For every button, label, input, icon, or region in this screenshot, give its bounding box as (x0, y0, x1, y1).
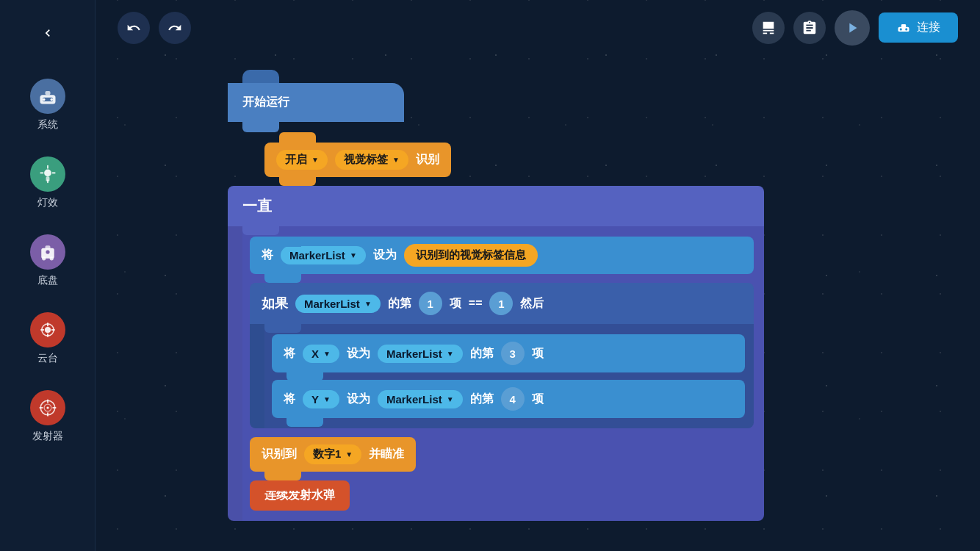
item-label: 项 (450, 296, 461, 311)
back-button[interactable] (33, 18, 62, 48)
chassis-label: 底盘 (37, 274, 58, 287)
if-label: 如果 (262, 295, 288, 312)
visual-info-pill: 识别到的视觉标签信息 (404, 244, 538, 267)
monitor-button[interactable] (752, 12, 785, 44)
svg-point-17 (44, 327, 50, 333)
markerlist-dropdown-if[interactable]: MarkerList ▼ (295, 295, 381, 313)
set-x-to: 设为 (347, 346, 370, 361)
canvas: 开始运行 开启 ▼ 视觉标签 ▼ 识别 (96, 55, 980, 551)
system-label: 系统 (37, 118, 58, 132)
redo-button[interactable] (159, 12, 191, 44)
markerlist-y-dropdown[interactable]: MarkerList ▼ (378, 390, 463, 408)
x-the-label: 的第 (470, 346, 494, 361)
svg-point-31 (905, 28, 907, 30)
set-y-label: 将 (284, 392, 295, 407)
svg-point-30 (900, 28, 902, 30)
topbar-left (118, 12, 191, 44)
y-the-label: 的第 (470, 392, 494, 407)
y-dropdown[interactable]: Y ▼ (303, 390, 339, 408)
chassis-icon (30, 234, 65, 270)
visual-tag-dropdown[interactable]: 视觉标签 ▼ (335, 150, 408, 170)
num1b-circle: 1 (489, 292, 513, 315)
set-x-label: 将 (284, 346, 295, 361)
num1-circle: 1 (419, 292, 442, 315)
gimbal-label: 云台 (37, 352, 58, 365)
topbar: 连接 (96, 0, 980, 55)
number-dropdown[interactable]: 数字1 ▼ (304, 444, 361, 464)
fire-block: 连续发射水弹 (250, 480, 350, 511)
markerlist-x-dropdown[interactable]: MarkerList ▼ (378, 345, 463, 363)
set-label: 将 (262, 248, 273, 263)
gimbal-icon (30, 312, 65, 347)
svg-point-13 (49, 256, 53, 260)
recognize-aim-block: 识别到 数字1 ▼ 并瞄准 (250, 437, 416, 472)
play-button[interactable] (835, 10, 870, 46)
recognize-to-label: 识别到 (262, 447, 297, 462)
sidebar-item-light[interactable]: 灯效 (0, 148, 95, 218)
sidebar-item-chassis[interactable]: 底盘 (0, 226, 95, 296)
system-icon (30, 79, 65, 114)
svg-point-24 (46, 406, 48, 408)
topbar-right: 连接 (752, 10, 958, 46)
the-label: 的第 (388, 296, 411, 311)
svg-point-12 (42, 256, 46, 260)
svg-point-3 (50, 98, 53, 101)
num3-circle: 3 (501, 342, 525, 365)
aim-label: 并瞄准 (369, 447, 404, 462)
then-label: 然后 (520, 296, 544, 311)
svg-rect-14 (45, 245, 50, 249)
sidebar: 系统 灯效 底盘 (0, 0, 96, 551)
launcher-label: 发射器 (32, 430, 63, 443)
svg-point-2 (43, 98, 46, 101)
set-y-to: 设为 (347, 392, 370, 407)
sidebar-item-launcher[interactable]: 发射器 (0, 381, 95, 452)
connect-button[interactable]: 连接 (879, 12, 958, 43)
svg-rect-4 (45, 91, 50, 95)
clipboard-button[interactable] (793, 12, 826, 44)
num4-circle: 4 (501, 387, 525, 411)
set-x-block: 将 X ▼ 设为 MarkerList ▼ (272, 334, 745, 372)
sidebar-item-gimbal[interactable]: 云台 (0, 303, 95, 374)
set-markerlist-block: 将 MarkerList ▼ 设为 识别到的视觉标签信息 (250, 237, 754, 274)
light-icon (30, 156, 65, 192)
svg-rect-32 (901, 24, 906, 27)
sidebar-item-system[interactable]: 系统 (0, 70, 95, 140)
markerlist-dropdown-1[interactable]: MarkerList ▼ (281, 246, 366, 264)
x-item-label: 项 (532, 346, 544, 361)
svg-point-5 (44, 170, 51, 177)
y-item-label: 项 (532, 392, 544, 407)
x-dropdown[interactable]: X ▼ (303, 345, 339, 363)
equals-label: == (469, 297, 483, 310)
start-block-label: 开始运行 (242, 96, 289, 108)
launcher-icon (30, 390, 65, 425)
enable-dropdown[interactable]: 开启 ▼ (276, 150, 328, 170)
set-to-label: 设为 (373, 248, 397, 263)
connect-label: 连接 (917, 20, 940, 35)
blocks-area: 开始运行 开启 ▼ 视觉标签 ▼ 识别 (228, 70, 764, 521)
set-y-block: 将 Y ▼ 设为 MarkerList ▼ (272, 380, 745, 418)
loop-label: 一直 (242, 196, 272, 216)
undo-button[interactable] (118, 12, 150, 44)
svg-point-15 (46, 250, 49, 253)
recognize-text: 识别 (416, 152, 439, 168)
light-label: 灯效 (37, 196, 58, 209)
